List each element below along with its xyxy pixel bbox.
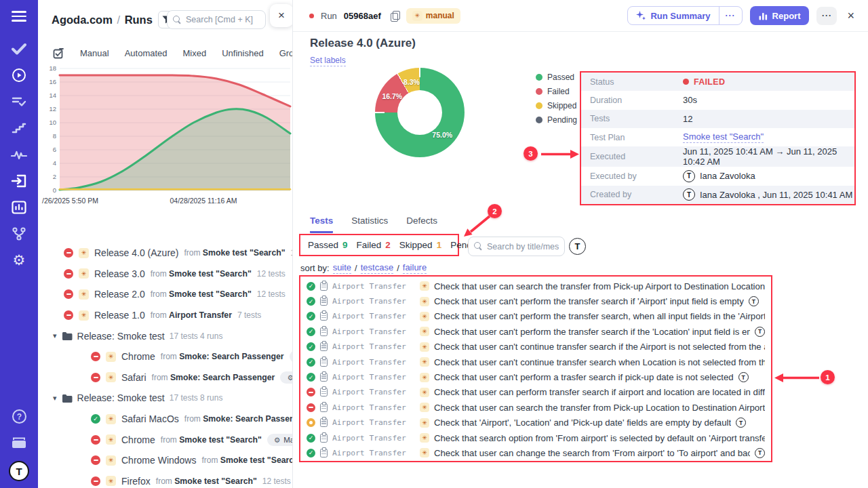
set-labels-link[interactable]: Set labels xyxy=(310,56,346,66)
sort-option-testcase[interactable]: testcase xyxy=(361,262,393,274)
run-row[interactable]: ✳Release 1.0from Airport Transfer7 tests xyxy=(38,305,292,326)
test-row[interactable]: Airport Transfer✳Check that user can't c… xyxy=(300,354,771,369)
runs-tab-automated[interactable]: Automated xyxy=(125,48,167,58)
test-title[interactable]: Check that search option from 'From airp… xyxy=(434,433,765,443)
runs-group-row[interactable]: ▾Release: Smoke test17 tests 8 runs xyxy=(38,388,292,409)
run-row[interactable]: ✳Release 3.0from Smoke test "Search"12 t… xyxy=(38,264,292,285)
steps-icon[interactable] xyxy=(11,120,27,136)
run-name[interactable]: Firefox xyxy=(121,476,151,487)
run-row[interactable]: ✳Safari MacOsfrom Smoke: Search Passenge… xyxy=(38,409,292,430)
tab-statistics[interactable]: Statistics xyxy=(351,216,388,233)
test-title[interactable]: Check that user can't perform the transf… xyxy=(434,296,744,306)
runs-tab-manual[interactable]: Manual xyxy=(80,48,109,58)
test-row[interactable]: Airport Transfer✳Check that search optio… xyxy=(300,430,771,445)
test-title[interactable]: Check that user can change the search fr… xyxy=(434,448,750,458)
test-row[interactable]: Airport Transfer✳Check that user can per… xyxy=(300,385,771,400)
run-row[interactable]: ✳Release 2.0from Smoke test "Search"12 t… xyxy=(38,284,292,305)
report-chart-icon[interactable] xyxy=(11,199,27,216)
chevron-down-icon[interactable]: ▾ xyxy=(53,394,57,403)
passed-status-icon xyxy=(91,414,100,424)
test-row[interactable]: Airport Transfer✳Check that 'Airport', '… xyxy=(300,415,771,430)
passed-status-icon xyxy=(307,342,315,351)
tests-search-input[interactable] xyxy=(487,242,559,251)
runs-search-input[interactable] xyxy=(186,15,260,24)
test-row[interactable]: Airport Transfer✳Check that user can't p… xyxy=(300,293,771,308)
run-summary-more-button[interactable]: ··· xyxy=(719,7,742,24)
run-row[interactable]: ✳Firefoxfrom Smoke test "Search"12 tests xyxy=(38,471,292,488)
runs-panel: Agoda.com / Runs × ManualAutomatedMixedU… xyxy=(38,0,293,488)
user-filter-avatar[interactable]: T xyxy=(569,238,586,255)
sign-in-icon[interactable] xyxy=(11,173,27,189)
run-from: from Smoke test "Search" xyxy=(151,289,252,299)
donut-slice-label: 75.0% xyxy=(432,131,452,139)
settings-gear-icon[interactable]: ⚙ xyxy=(11,252,27,268)
play-circle-icon[interactable] xyxy=(11,67,27,83)
test-row[interactable]: Airport Transfer✳Check that user can't c… xyxy=(300,340,771,354)
runs-group-row[interactable]: ▾Release: Smoke test17 tests 4 runs xyxy=(38,325,292,346)
tab-defects[interactable]: Defects xyxy=(406,216,437,233)
test-row[interactable]: Airport Transfer✳Check that user can sea… xyxy=(300,279,771,293)
sort-option-failure[interactable]: failure xyxy=(403,262,427,274)
manual-icon: ✳ xyxy=(106,372,116,382)
panel-close-button[interactable]: × xyxy=(270,4,293,27)
run-name[interactable]: Chrome Windows xyxy=(121,455,196,466)
runs-tab-mixed[interactable]: Mixed xyxy=(183,48,207,58)
run-from-plan: Smoke test "Search" xyxy=(169,269,252,279)
tests-search[interactable] xyxy=(468,237,565,256)
run-name[interactable]: Safari xyxy=(121,372,146,383)
run-name[interactable]: Release 4.0 (Azure) xyxy=(94,247,179,258)
test-title[interactable]: Check that user can't perform the transf… xyxy=(434,327,750,337)
test-title[interactable]: Check that user can search the transfer … xyxy=(434,403,765,413)
run-row[interactable]: ✳Safarifrom Smoke: Search Passenger⚙MacO… xyxy=(38,367,292,388)
app-logo[interactable]: T xyxy=(9,461,29,481)
run-name[interactable]: Chrome xyxy=(121,434,155,445)
runs-search[interactable] xyxy=(167,10,266,29)
test-title[interactable]: Check that user can't perform the transf… xyxy=(434,311,765,321)
activity-icon[interactable] xyxy=(11,146,27,163)
select-all-icon[interactable] xyxy=(53,47,64,59)
run-row[interactable]: ✳Chromefrom Smoke test "Search"⚙MacOS⚙Ch… xyxy=(38,429,292,450)
library-icon[interactable] xyxy=(11,434,27,451)
run-name[interactable]: Chrome xyxy=(121,351,155,362)
env-badge: ⚙MacOS xyxy=(280,371,292,384)
test-row[interactable]: Airport Transfer✳Check that user can't p… xyxy=(300,309,771,324)
test-row[interactable]: Airport Transfer✳Check that user can cha… xyxy=(300,445,771,460)
runs-tab-unfinished[interactable]: Unfinished xyxy=(222,48,263,58)
sort-option-suite[interactable]: suite xyxy=(333,262,351,274)
run-row[interactable]: ✳Release 4.0 (Azure)from Smoke test "Sea… xyxy=(38,243,292,264)
run-name[interactable]: Release 3.0 xyxy=(94,268,145,279)
run-from: from Smoke: Search Passenger xyxy=(161,352,284,361)
more-actions-button[interactable]: ··· xyxy=(816,7,837,25)
test-title[interactable]: Check that user can't continue transfer … xyxy=(434,342,765,352)
test-title[interactable]: Check that user can search the transfer … xyxy=(434,281,765,291)
runs-tab-groups[interactable]: Groups xyxy=(279,48,293,58)
menu-icon[interactable] xyxy=(12,11,26,22)
svg-text:0: 0 xyxy=(53,186,56,194)
tab-tests[interactable]: Tests xyxy=(310,216,333,233)
copy-icon[interactable] xyxy=(391,11,399,21)
help-icon[interactable]: ? xyxy=(11,408,27,424)
test-title[interactable]: Check that user can perform transfer sea… xyxy=(434,387,765,397)
test-title[interactable]: Check that 'Airport', 'Location' and 'Pi… xyxy=(434,418,731,428)
count-value-passed: 9 xyxy=(342,240,348,250)
list-check-icon[interactable] xyxy=(11,94,27,110)
details-value[interactable]: Smoke test "Search" xyxy=(683,131,764,143)
run-summary-button[interactable]: Run Summary ··· xyxy=(627,6,742,25)
chevron-down-icon[interactable]: ▾ xyxy=(53,331,57,340)
test-row[interactable]: Airport Transfer✳Check that user can't p… xyxy=(300,324,771,339)
close-run-button[interactable]: × xyxy=(844,9,857,23)
test-row[interactable]: Airport Transfer✳Check that user can't p… xyxy=(300,369,771,384)
test-row[interactable]: Airport Transfer✳Check that user can sea… xyxy=(300,400,771,415)
breadcrumb-project[interactable]: Agoda.com xyxy=(52,14,113,26)
run-name[interactable]: Release 1.0 xyxy=(94,310,145,321)
check-icon[interactable] xyxy=(11,41,27,57)
run-name[interactable]: Safari MacOs xyxy=(121,413,179,424)
report-button[interactable]: Report xyxy=(750,6,810,25)
breadcrumb-page[interactable]: Runs xyxy=(125,14,153,26)
run-name[interactable]: Release 2.0 xyxy=(94,289,145,300)
branch-icon[interactable] xyxy=(11,226,27,242)
test-title[interactable]: Check that user can't perform a trasfer … xyxy=(434,372,734,382)
run-row[interactable]: ✳Chrome Windowsfrom Smoke test "Search"⚙… xyxy=(38,450,292,471)
test-title[interactable]: Check that user can't continue transfer … xyxy=(434,357,765,367)
run-row[interactable]: ✳Chromefrom Smoke: Search Passenger⚙MacO… xyxy=(38,346,292,367)
